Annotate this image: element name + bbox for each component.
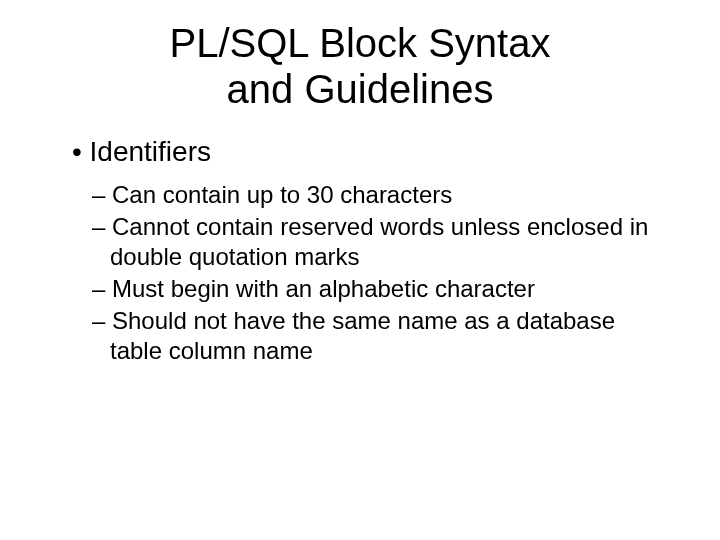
title-line-1: PL/SQL Block Syntax xyxy=(170,21,551,65)
sub-bullet-text: Should not have the same name as a datab… xyxy=(110,307,615,364)
title-line-2: and Guidelines xyxy=(227,67,494,111)
sub-bullet-text: Cannot contain reserved words unless enc… xyxy=(110,213,648,270)
sub-bullet-text: Can contain up to 30 characters xyxy=(112,181,452,208)
bullet-level-1-text: Identifiers xyxy=(90,136,211,167)
slide-title: PL/SQL Block Syntax and Guidelines xyxy=(60,20,660,112)
sub-bullet-text: Must begin with an alphabetic character xyxy=(112,275,535,302)
sub-bullet-item: Can contain up to 30 characters xyxy=(92,180,660,210)
sub-bullet-item: Should not have the same name as a datab… xyxy=(92,306,660,366)
sub-bullet-item: Must begin with an alphabetic character xyxy=(92,274,660,304)
bullet-identifiers: Identifiers xyxy=(72,136,660,168)
sub-bullet-item: Cannot contain reserved words unless enc… xyxy=(92,212,660,272)
